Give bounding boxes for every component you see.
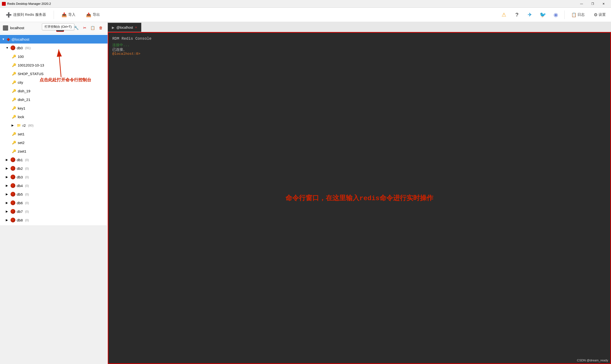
key-10012023[interactable]: 🔑 10012023-10-13 [0, 61, 108, 69]
key-icon: 🔑 [12, 132, 16, 136]
delete-icon[interactable]: 🗑 [97, 24, 105, 32]
key-dish21[interactable]: 🔑 dish_21 [0, 95, 108, 104]
key-set1[interactable]: 🔑 set1 [0, 130, 108, 138]
key-r2[interactable]: ▶ 📁 r2 (80) [0, 121, 108, 130]
db-node[interactable]: ▶ db4 (0) [0, 181, 108, 190]
left-panel: localhost 打开控制台 (Ctrl+T) ⊞ ▶ ↺ 🔧 ✂ 📋 🗑 [0, 22, 108, 225]
db-node[interactable]: ▶ db2 (0) [0, 164, 108, 173]
db-count: (0) [24, 210, 29, 213]
server-db-icon: ◆ [7, 37, 10, 42]
telegram-button[interactable]: ✈ [526, 11, 534, 19]
settings-button[interactable]: ⚙ 设置 [591, 11, 608, 18]
log-button[interactable]: 📋 日志 [569, 11, 587, 18]
db-label: db6 [17, 201, 23, 205]
console-title: RDM Redis Console [112, 37, 606, 41]
discord-button[interactable]: ◉ [551, 11, 560, 19]
key-label: dish_19 [18, 89, 30, 93]
key-icon: 🔑 [12, 115, 16, 119]
key-icon: 🔑 [12, 89, 16, 93]
db-icon [11, 192, 15, 196]
db-count: (0) [24, 175, 29, 179]
db-node[interactable]: ▶ db1 (0) [0, 156, 108, 164]
key-icon: 🔑 [12, 54, 16, 58]
db-node[interactable]: ▶ db3 (0) [0, 173, 108, 181]
app-title: Redis Desktop Manager 2020.2 [7, 2, 51, 5]
export-button[interactable]: 📤 导出 [83, 11, 103, 19]
key-label: city [18, 80, 23, 84]
db0-expand-arrow: ▼ [6, 46, 9, 50]
db-label: db1 [17, 158, 23, 162]
key-label: r2 [23, 123, 26, 128]
settings-icon: ⚙ [594, 12, 597, 17]
db-label: db3 [17, 175, 23, 179]
key-label: 10012023-10-13 [18, 63, 44, 67]
db-expand-arrow: ▶ [6, 201, 9, 205]
other-dbs-container: ▶ db1 (0) ▶ db2 (0) ▶ db3 (0) ▶ db4 (0) … [0, 156, 108, 224]
db-node[interactable]: ▶ db8 (0) [0, 216, 108, 224]
minimize-button[interactable]: — [576, 0, 587, 8]
connect-label: 连接到 Redis 服务器 [13, 13, 46, 17]
key-set2[interactable]: 🔑 set2 [0, 138, 108, 147]
tree-container[interactable]: ▼ ◆ @localhost ▼ db0 (91) 🔑 100 � [0, 34, 108, 225]
titlebar-controls: — ❐ ✕ [576, 0, 609, 8]
key-label: key1 [18, 106, 25, 110]
import-icon: 📥 [62, 12, 67, 17]
tab-close-button[interactable]: ✕ [135, 26, 137, 29]
twitter-button[interactable]: 🐦 [538, 11, 547, 19]
server-node[interactable]: ▼ ◆ @localhost [0, 35, 108, 43]
copy-icon[interactable]: 📋 [89, 24, 97, 32]
db-node[interactable]: ▶ db6 (0) [0, 198, 108, 207]
connect-button[interactable]: ➕ 连接到 Redis 服务器 [3, 11, 49, 19]
db-expand-arrow: ▶ [6, 218, 9, 222]
db-expand-arrow: ▶ [6, 158, 9, 161]
db-count: (0) [24, 201, 29, 205]
key-key1[interactable]: 🔑 key1 [0, 104, 108, 112]
left-panel-wrapper: localhost 打开控制台 (Ctrl+T) ⊞ ▶ ↺ 🔧 ✂ 📋 🗑 [0, 22, 108, 364]
import-label: 导入 [68, 13, 75, 17]
maximize-button[interactable]: ❐ [587, 0, 598, 8]
console-prompt[interactable]: @localhost:0> [112, 52, 606, 56]
console-area[interactable]: RDM Redis Console 连接中... 已连接。 @localhost… [108, 32, 611, 364]
expand-arrow: ▼ [2, 38, 5, 41]
key-city[interactable]: 🔑 city [0, 78, 108, 87]
key-zset1[interactable]: 🔑 zset1 [0, 147, 108, 156]
key-100[interactable]: 🔑 100 [0, 52, 108, 61]
r2-count: (80) [27, 124, 34, 127]
key-dish19[interactable]: 🔑 dish_19 [0, 87, 108, 95]
db-icon [11, 157, 15, 162]
console-tab[interactable]: ▶ @localhost ✕ [108, 23, 141, 32]
key-label: lock [18, 115, 24, 119]
toolbar-separator-1 [54, 11, 54, 19]
watermark: CSDN @dream_ready [577, 359, 608, 362]
db-node[interactable]: ▶ db7 (0) [0, 207, 108, 216]
db-icon [11, 175, 15, 179]
warning-button[interactable]: ⚠ [500, 11, 508, 19]
server-name: localhost [10, 26, 24, 30]
key-icon: 🔑 [12, 72, 16, 76]
db0-count: (91) [24, 46, 31, 50]
db0-label: db0 [17, 46, 23, 50]
key-label: zset1 [18, 149, 26, 153]
key-icon: 🔑 [12, 98, 16, 101]
titlebar-left: Redis Desktop Manager 2020.2 [2, 2, 51, 6]
console-connected: 已连接。 [112, 47, 606, 52]
console-connecting: 连接中... [112, 43, 606, 47]
console-tooltip-text: 打开控制台 (Ctrl+T) [44, 25, 72, 28]
key-shop-status[interactable]: 🔑 SHOP_STATUS [0, 69, 108, 78]
cut-icon[interactable]: ✂ [81, 24, 88, 32]
help-button[interactable]: ? [513, 11, 521, 19]
db0-node[interactable]: ▼ db0 (91) [0, 43, 108, 52]
db-icon [11, 166, 15, 171]
tab-label: @localhost [116, 26, 133, 29]
import-button[interactable]: 📥 导入 [59, 11, 78, 19]
key-label: 100 [18, 54, 24, 59]
db-expand-arrow: ▶ [6, 193, 9, 196]
db-expand-arrow: ▶ [6, 210, 9, 213]
db-expand-arrow: ▶ [6, 167, 9, 170]
log-icon: 📋 [571, 12, 577, 17]
db-expand-arrow: ▶ [6, 175, 9, 179]
toolbar-right: ⚠ ? ✈ 🐦 ◉ 📋 日志 ⚙ 设置 [500, 11, 608, 19]
db-node[interactable]: ▶ db5 (0) [0, 190, 108, 198]
close-button[interactable]: ✕ [598, 0, 609, 8]
key-lock[interactable]: 🔑 lock [0, 112, 108, 121]
